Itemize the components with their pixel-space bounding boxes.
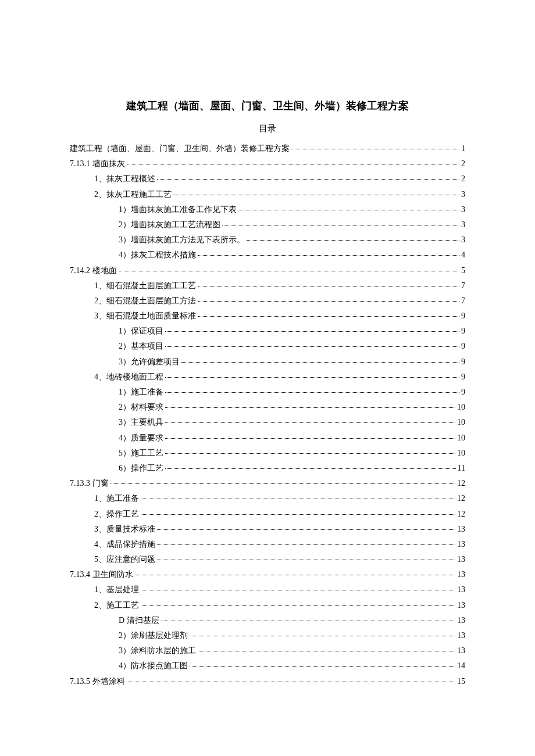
- table-of-contents: 建筑工程（墙面、屋面、门窗、卫生间、外墙）装修工程方案17.13.1 墙面抹灰2…: [70, 145, 465, 686]
- toc-entry: 2）涂刷基层处理剂13: [70, 632, 465, 640]
- toc-entry-label: 1、抹灰工程概述: [94, 175, 155, 183]
- toc-entry-page: 9: [461, 342, 465, 350]
- toc-leader-dots: [173, 195, 459, 195]
- toc-entry-page: 9: [461, 388, 465, 396]
- toc-entry: 4、地砖楼地面工程9: [70, 373, 465, 381]
- toc-leader-dots: [291, 149, 459, 149]
- toc-entry-page: 13: [457, 632, 465, 640]
- toc-entry-label: 2）材料要求: [119, 403, 163, 411]
- toc-entry-label: 4）抹灰工程技术措施: [119, 251, 196, 259]
- toc-entry: 7.14.2 楼地面5: [70, 267, 465, 275]
- toc-entry: D 清扫基层13: [70, 617, 465, 625]
- toc-entry-label: 7.13.3 门窗: [70, 479, 109, 488]
- toc-entry-label: 5）施工工艺: [119, 449, 163, 457]
- toc-entry-page: 3: [461, 236, 465, 244]
- toc-entry-page: 7: [461, 297, 465, 305]
- toc-entry-page: 13: [457, 647, 465, 655]
- toc-leader-dots: [190, 636, 455, 636]
- toc-entry: 1、抹灰工程概述2: [70, 175, 465, 183]
- toc-entry: 3）主要机具10: [70, 418, 465, 427]
- toc-entry-page: 3: [461, 221, 465, 229]
- toc-entry-label: 4、地砖楼地面工程: [94, 373, 163, 381]
- toc-entry-page: 9: [461, 358, 465, 366]
- toc-leader-dots: [181, 362, 459, 363]
- toc-entry: 1）墙面抹灰施工准备工作见下表3: [70, 206, 465, 214]
- toc-leader-dots: [135, 575, 456, 575]
- toc-leader-dots: [157, 560, 455, 560]
- toc-entry-label: 7.14.2 楼地面: [70, 267, 117, 275]
- toc-entry-page: 3: [461, 191, 465, 199]
- toc-leader-dots: [127, 164, 460, 164]
- toc-leader-dots: [161, 621, 455, 621]
- toc-leader-dots: [247, 240, 459, 241]
- toc-entry-page: 7: [461, 282, 465, 290]
- toc-entry: 2、抹灰工程施工工艺3: [70, 191, 465, 199]
- toc-entry-label: 2、抹灰工程施工工艺: [94, 191, 172, 199]
- toc-entry: 4）质量要求10: [70, 434, 465, 442]
- toc-entry-label: 2）墙面抹灰施工工艺流程图: [119, 221, 220, 229]
- toc-entry-label: 7.13.5 外墙涂料: [70, 678, 125, 686]
- toc-entry: 1、基层处理13: [70, 586, 465, 594]
- toc-entry-label: 2）涂刷基层处理剂: [119, 632, 188, 640]
- toc-leader-dots: [157, 529, 455, 530]
- toc-entry: 3）涂料防水层的施工13: [70, 647, 465, 655]
- toc-entry-label: 3）允许偏差项目: [119, 358, 180, 366]
- toc-entry-label: 2、细石混凝土面层施工方法: [94, 297, 196, 305]
- toc-entry-page: 11: [458, 464, 465, 472]
- toc-entry-page: 12: [457, 495, 465, 503]
- toc-heading: 目录: [70, 123, 465, 134]
- toc-entry-page: 10: [457, 418, 465, 427]
- toc-entry: 7.13.5 外墙涂料15: [70, 678, 465, 686]
- toc-leader-dots: [238, 210, 459, 210]
- toc-entry-label: 建筑工程（墙面、屋面、门窗、卫生间、外墙）装修工程方案: [70, 145, 290, 153]
- toc-entry: 1、施工准备12: [70, 495, 465, 503]
- toc-leader-dots: [198, 316, 459, 317]
- toc-entry: 3、细石混凝土地面质量标准9: [70, 312, 465, 320]
- toc-leader-dots: [198, 651, 455, 651]
- toc-leader-dots: [190, 666, 455, 667]
- toc-entry: 6）操作工艺11: [70, 464, 465, 472]
- toc-entry-page: 13: [457, 556, 465, 564]
- toc-leader-dots: [141, 590, 455, 590]
- toc-leader-dots: [157, 179, 459, 180]
- toc-entry: 2、细石混凝土面层施工方法7: [70, 297, 465, 305]
- toc-entry-label: 3）主要机具: [119, 418, 163, 427]
- toc-entry: 2）基本项目9: [70, 342, 465, 350]
- toc-entry-label: 6）操作工艺: [119, 464, 163, 472]
- toc-entry-page: 9: [461, 312, 465, 320]
- toc-entry: 3）墙面抹灰施工方法见下表所示。3: [70, 236, 465, 244]
- document-title: 建筑工程（墙面、屋面、门窗、卫生间、外墙）装修工程方案: [70, 99, 465, 113]
- toc-leader-dots: [165, 453, 455, 454]
- toc-entry: 2）材料要求10: [70, 403, 465, 411]
- toc-leader-dots: [198, 286, 459, 286]
- toc-entry: 建筑工程（墙面、屋面、门窗、卫生间、外墙）装修工程方案1: [70, 145, 465, 153]
- toc-leader-dots: [165, 392, 459, 393]
- toc-leader-dots: [157, 544, 455, 545]
- toc-entry-page: 4: [461, 251, 465, 259]
- toc-entry: 5）施工工艺10: [70, 449, 465, 457]
- toc-entry: 1、细石混凝土面层施工工艺7: [70, 282, 465, 290]
- toc-entry-label: 1）保证项目: [119, 327, 163, 335]
- toc-entry-label: 1、细石混凝土面层施工工艺: [94, 282, 196, 290]
- toc-entry-page: 12: [457, 510, 465, 518]
- toc-entry-page: 5: [461, 267, 465, 275]
- toc-entry-page: 14: [457, 662, 465, 670]
- toc-entry: 2、操作工艺12: [70, 510, 465, 518]
- toc-entry-label: D 清扫基层: [119, 617, 159, 625]
- toc-entry: 1）施工准备9: [70, 388, 465, 396]
- toc-leader-dots: [198, 255, 459, 256]
- toc-leader-dots: [165, 468, 456, 469]
- toc-leader-dots: [165, 422, 455, 423]
- toc-entry-page: 13: [457, 525, 465, 533]
- toc-entry-label: 2、操作工艺: [94, 510, 139, 518]
- toc-entry-page: 1: [461, 145, 465, 153]
- toc-entry-page: 2: [461, 175, 465, 183]
- toc-entry-label: 1）墙面抹灰施工准备工作见下表: [119, 206, 237, 214]
- toc-leader-dots: [198, 301, 459, 302]
- toc-entry-label: 3、质量技术标准: [94, 525, 155, 533]
- toc-leader-dots: [222, 225, 459, 225]
- toc-entry: 1）保证项目9: [70, 327, 465, 335]
- toc-entry-label: 4）防水接点施工图: [119, 662, 188, 670]
- toc-entry-label: 1）施工准备: [119, 388, 163, 396]
- toc-entry: 3、质量技术标准13: [70, 525, 465, 533]
